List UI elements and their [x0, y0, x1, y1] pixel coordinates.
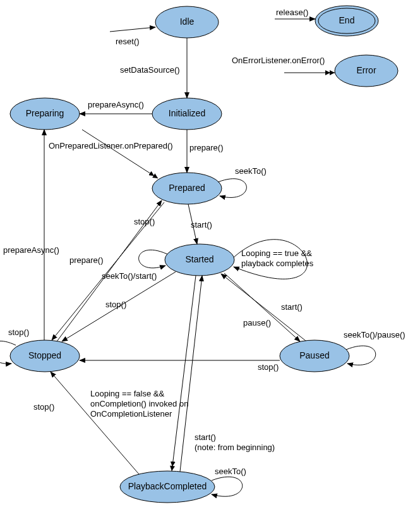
- label-playback-completes: playback completes: [241, 259, 314, 268]
- label-pause: pause(): [243, 318, 271, 327]
- label-prepare2: prepare(): [69, 255, 103, 265]
- label-start-note: (note: from beginning): [195, 443, 275, 452]
- arrow-completion: [172, 276, 196, 471]
- label-stop-prepared: stop(): [134, 217, 155, 226]
- label-start1: start(): [191, 220, 212, 229]
- arrow-onprepared: [82, 130, 158, 178]
- label-prepareasync1: prepareAsync(): [88, 100, 144, 109]
- arrow-reset: [110, 27, 155, 32]
- label-prepared: Prepared: [169, 183, 205, 193]
- label-stop-paused: stop(): [258, 362, 279, 372]
- label-prepareasync2: prepareAsync(): [3, 245, 59, 255]
- label-prepared-seekto: seekTo(): [235, 166, 267, 176]
- label-started: Started: [185, 254, 213, 264]
- label-release: release(): [276, 8, 308, 17]
- label-oncompletion-listener: OnCompletionListener: [90, 409, 172, 419]
- label-end: End: [339, 15, 355, 25]
- label-paused: Paused: [299, 350, 329, 360]
- label-stopped-stop: stop(): [8, 327, 29, 337]
- label-setdatasource: setDataSource(): [120, 65, 180, 75]
- label-onprepared: OnPreparedListener.onPrepared(): [49, 141, 173, 150]
- state-diagram: Idle End Error Initialized Preparing Pre…: [0, 0, 420, 514]
- label-error: Error: [356, 65, 376, 75]
- label-stop-started: stop(): [105, 300, 126, 309]
- label-preparing: Preparing: [26, 108, 64, 118]
- label-start2: start(): [281, 302, 303, 312]
- label-looping-true: Looping == true &&: [241, 248, 312, 258]
- loop-prepared-seekto: [218, 179, 246, 198]
- label-paused-seekto: seekTo()/pause(): [344, 330, 405, 340]
- label-initialized: Initialized: [169, 108, 205, 118]
- loop-completed-seekto: [212, 477, 243, 496]
- label-onerror: OnErrorListener.onError(): [232, 56, 325, 65]
- label-stopped: Stopped: [28, 350, 61, 360]
- label-stop-completed: stop(): [33, 402, 54, 412]
- label-reset: reset(): [116, 37, 140, 46]
- label-prepare1: prepare(): [189, 143, 223, 152]
- label-looping-false: Looping == false &&: [90, 389, 164, 398]
- label-oncompletion-invoked: onCompletion() invoked on: [90, 399, 188, 408]
- loop-started-seekto: [139, 250, 167, 268]
- arrow-stop-completed: [51, 372, 139, 474]
- loop-paused-seekto: [346, 346, 376, 365]
- label-started-seekto: seekTo()/start(): [102, 271, 157, 281]
- label-playback-completed: PlaybackCompleted: [128, 481, 207, 491]
- label-start3: start(): [195, 432, 216, 442]
- label-idle: Idle: [180, 16, 195, 27]
- label-completed-seekto: seekTo(): [215, 467, 246, 476]
